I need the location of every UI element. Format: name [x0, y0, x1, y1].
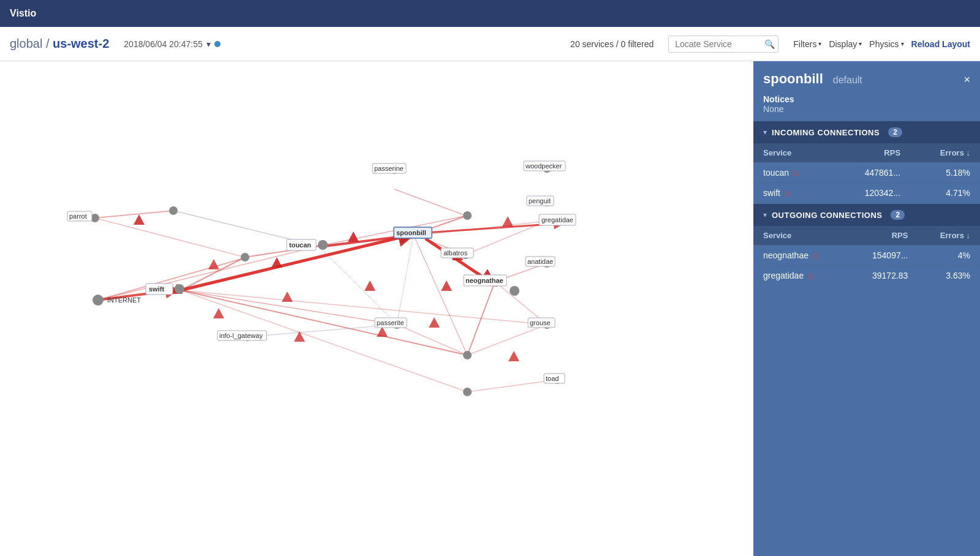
incoming-header[interactable]: ▾ INCOMING CONNECTIONS 2 [753, 121, 980, 143]
node-internet [92, 295, 104, 306]
graph-area[interactable]: INTERNET parrot swift toucan spoonbill [0, 61, 753, 556]
incoming-col-rps: RPS [832, 143, 910, 163]
outgoing-errors: 3.63% [918, 266, 980, 286]
svg-marker-36 [208, 259, 219, 269]
topbar: Vistio [0, 0, 980, 27]
warning-icon: ⚠ [793, 168, 800, 178]
notices-section: Notices None [753, 94, 980, 121]
warning-icon: ⚠ [784, 189, 791, 198]
label-toad: toad [546, 375, 559, 382]
panel-header: spoonbill default × [753, 61, 980, 94]
incoming-table: Service RPS Errors ↓ toucan ⚠ 447861... … [753, 143, 980, 203]
panel-service-name: spoonbill [763, 71, 823, 87]
outgoing-service-name: neognathae ⚠ [753, 246, 848, 266]
node2 [241, 253, 249, 261]
svg-line-6 [98, 246, 318, 300]
incoming-service-name: toucan ⚠ [753, 163, 832, 183]
svg-marker-44 [213, 308, 224, 318]
timestamp-caret[interactable]: ▾ [206, 39, 211, 49]
incoming-col-errors: Errors ↓ [910, 143, 980, 163]
search-input[interactable] [668, 36, 778, 53]
node3 [463, 211, 472, 220]
outgoing-service-name: gregatidae ⚠ [753, 266, 848, 286]
incoming-row[interactable]: swift ⚠ 120342... 4.71% [753, 183, 980, 203]
display-caret: ▾ [859, 40, 862, 47]
side-panel: spoonbill default × Notices None ▾ INCOM… [753, 61, 980, 556]
incoming-errors: 4.71% [910, 183, 980, 203]
warning-icon: ⚠ [812, 251, 820, 260]
outgoing-errors: 4% [918, 246, 980, 266]
svg-marker-45 [441, 280, 452, 291]
services-count: 20 services / 0 filtered [570, 39, 654, 49]
incoming-errors: 5.18% [910, 163, 980, 183]
svg-line-8 [95, 218, 245, 257]
reload-layout-button[interactable]: Reload Layout [911, 39, 970, 49]
svg-marker-41 [508, 351, 519, 361]
physics-button[interactable]: Physics ▾ [869, 39, 903, 49]
svg-line-14 [394, 189, 466, 216]
incoming-rps: 120342... [832, 183, 910, 203]
warning-icon: ⚠ [807, 271, 815, 280]
notices-label: Notices [763, 94, 970, 104]
label-passerite: passerite [377, 319, 404, 326]
incoming-col-service: Service [753, 143, 832, 163]
physics-caret: ▾ [901, 40, 904, 47]
panel-close-button[interactable]: × [963, 73, 970, 86]
outgoing-col-rps: RPS [848, 226, 918, 246]
filters-caret: ▾ [818, 40, 821, 47]
svg-marker-39 [377, 326, 388, 337]
incoming-row[interactable]: toucan ⚠ 447861... 5.18% [753, 163, 980, 183]
label-info-gateway: info-l_gateway [219, 332, 263, 339]
svg-line-24 [397, 325, 467, 355]
svg-marker-46 [502, 216, 513, 227]
filters-button[interactable]: Filters ▾ [793, 39, 821, 49]
timestamp-value: 2018/06/04 20:47:55 [124, 39, 202, 49]
search-container: 🔍 [668, 36, 778, 53]
outgoing-chevron: ▾ [763, 211, 767, 219]
breadcrumb-prefix: global / [10, 37, 53, 50]
outgoing-col-service: Service [753, 226, 848, 246]
incoming-count: 2 [888, 127, 902, 137]
label-spoonbill: spoonbill [396, 229, 426, 236]
search-button[interactable]: 🔍 [764, 39, 775, 49]
incoming-service-name: swift ⚠ [753, 183, 832, 203]
node-swift [175, 284, 184, 294]
outgoing-col-errors: Errors ↓ [918, 226, 980, 246]
svg-marker-33 [348, 231, 359, 242]
label-swift: swift [149, 285, 164, 293]
node8 [463, 388, 472, 396]
panel-service-env: default [833, 75, 862, 86]
node-neognathae [510, 286, 519, 296]
svg-line-28 [181, 290, 467, 392]
svg-line-25 [467, 325, 547, 355]
incoming-chevron: ▾ [763, 128, 767, 137]
svg-line-23 [247, 325, 397, 337]
label-internet: INTERNET [107, 296, 141, 304]
outgoing-count: 2 [891, 210, 905, 220]
outgoing-row[interactable]: gregatidae ⚠ 39172.83 3.63% [753, 266, 980, 286]
outgoing-row[interactable]: neognathae ⚠ 154097... 4% [753, 246, 980, 266]
status-dot [214, 41, 221, 47]
node7 [463, 351, 472, 359]
label-woodpecker: woodpecker [525, 162, 562, 170]
svg-line-21 [181, 290, 467, 355]
display-button[interactable]: Display ▾ [829, 39, 862, 49]
incoming-title: INCOMING CONNECTIONS [772, 128, 880, 137]
notices-value: None [763, 104, 970, 114]
main-area: INTERNET parrot swift toucan spoonbill [0, 61, 980, 556]
label-albatross: albatros [443, 249, 468, 257]
svg-marker-43 [282, 291, 293, 302]
svg-line-7 [95, 211, 173, 218]
outgoing-header[interactable]: ▾ OUTGOING CONNECTIONS 2 [753, 204, 980, 226]
graph-svg: INTERNET parrot swift toucan spoonbill [0, 61, 753, 556]
nav-actions: Filters ▾ Display ▾ Physics ▾ Reload Lay… [793, 39, 970, 49]
svg-marker-35 [134, 214, 145, 225]
svg-marker-32 [271, 257, 282, 268]
breadcrumb-region: us-west-2 [53, 37, 109, 50]
outgoing-rps: 39172.83 [848, 266, 918, 286]
label-grouse: grouse [530, 319, 551, 326]
navbar: global / us-west-2 2018/06/04 20:47:55 ▾… [0, 27, 980, 61]
label-passerine: passerine [374, 165, 404, 172]
svg-marker-40 [429, 317, 440, 328]
timestamp: 2018/06/04 20:47:55 ▾ [124, 39, 220, 49]
